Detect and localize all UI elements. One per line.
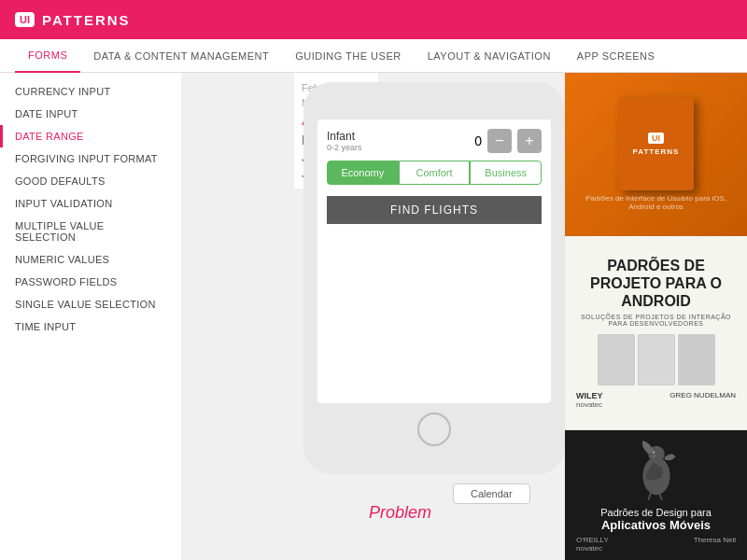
android-screens	[598, 334, 715, 385]
sidebar-item-currency[interactable]: CURRENCY INPUT	[0, 80, 181, 103]
sidebar-item-numeric[interactable]: NUMERIC VALUES	[0, 248, 181, 271]
android-author-row: WILEY novatec GREG NUDELMAN	[572, 391, 740, 409]
sidebar-item-single-value[interactable]: SINGLE VALUE SELECTION	[0, 293, 181, 315]
phone-mockup: Infant 0-2 years 0 − + Economy Comfort B…	[303, 82, 565, 474]
book-ui-subtitle: Padrões de Interface de Usuário para iOS…	[582, 194, 731, 211]
svg-line-2	[648, 492, 651, 500]
oreilly-label: O'REILLY novatec	[576, 536, 609, 553]
main-layout: CURRENCY INPUT DATE INPUT DATE RANGE FOR…	[0, 73, 747, 560]
infant-label-group: Infant 0-2 years	[327, 130, 362, 152]
android-book-title: PADRÕES DE PROJETO PARA O ANDROID	[572, 257, 740, 311]
nav-guiding[interactable]: GUIDING THE USER	[282, 39, 415, 73]
mobile-book-subtitle: Aplicativos Móveis	[600, 518, 712, 532]
wiley-label: WILEY	[576, 391, 603, 400]
mobile-book-title: Padrões de Design para Aplicativos Móvei…	[600, 507, 712, 532]
rooster-icon	[628, 438, 684, 503]
mobile-author: Theresa Neil	[694, 536, 736, 553]
sidebar-item-good-defaults[interactable]: GOOD DEFAULTS	[0, 170, 181, 192]
site-title: PATTERNS	[42, 12, 131, 28]
nav-layout[interactable]: LAYOUT & NAVIGATION	[415, 39, 564, 73]
phone-home-button[interactable]	[417, 413, 451, 446]
sidebar-item-date-input[interactable]: DATE INPUT	[0, 103, 181, 125]
svg-point-4	[652, 452, 654, 454]
phone-screen: Infant 0-2 years 0 − + Economy Comfort B…	[317, 119, 551, 403]
android-screen-3	[678, 334, 715, 385]
infant-stepper: Infant 0-2 years 0 − +	[327, 129, 542, 153]
problem-label: Problem	[369, 503, 431, 523]
find-flights-btn[interactable]: FIND FLIGHTS	[327, 196, 542, 224]
android-author-name: GREG NUDELMAN	[669, 391, 736, 409]
android-screen-2	[638, 334, 675, 385]
infant-value: 0	[474, 133, 482, 148]
stepper-controls: 0 − +	[474, 129, 542, 153]
logo-badge: UI	[15, 12, 35, 27]
nav-forms[interactable]: FORMS	[15, 39, 80, 73]
seg-business[interactable]: Business	[470, 161, 542, 185]
seg-comfort[interactable]: Comfort	[399, 161, 471, 185]
book-cover-title: PATTERNS	[633, 147, 680, 156]
android-screen-1	[598, 334, 635, 385]
book-mobile[interactable]: Padrões de Design para Aplicativos Móvei…	[565, 430, 747, 560]
book-android[interactable]: PADRÕES DE PROJETO PARA O ANDROID Soluçõ…	[565, 236, 747, 430]
stepper-minus-btn[interactable]: −	[487, 129, 512, 153]
mobile-publisher-row: O'REILLY novatec Theresa Neil	[572, 536, 740, 553]
sidebar-item-forgiving[interactable]: FORGIVING INPUT FORMAT	[0, 147, 181, 170]
calendar-button[interactable]: Calendar	[453, 483, 530, 504]
android-book-sub: Soluções de Projetos de Interação Para D…	[572, 314, 740, 327]
sidebar-item-date-range[interactable]: DATE RANGE	[0, 125, 181, 147]
content-area: February March April May June July Infan…	[182, 73, 565, 560]
novatec-label: novatec	[576, 400, 602, 409]
book-ui-patterns[interactable]: UI PATTERNS Padrões de Interface de Usuá…	[565, 73, 747, 236]
stepper-plus-btn[interactable]: +	[517, 129, 542, 153]
navbar: FORMS DATA & CONTENT MANAGEMENT GUIDING …	[0, 39, 747, 73]
right-panel: UI PATTERNS Padrões de Interface de Usuá…	[565, 73, 747, 560]
seg-economy[interactable]: Economy	[327, 161, 399, 185]
android-publisher: WILEY novatec	[576, 391, 603, 409]
sidebar-item-multiple-value[interactable]: MULTIPLE VALUE SELECTION	[0, 215, 181, 248]
sidebar-item-input-validation[interactable]: INPUT VALIDATION	[0, 192, 181, 215]
nav-app-screens[interactable]: APP SCREENS	[564, 39, 669, 73]
nav-data-content[interactable]: DATA & CONTENT MANAGEMENT	[80, 39, 282, 73]
infant-label: Infant	[327, 130, 362, 143]
sidebar: CURRENCY INPUT DATE INPUT DATE RANGE FOR…	[0, 73, 182, 560]
sidebar-item-password[interactable]: PASSWORD FIELDS	[0, 271, 181, 293]
book-badge: UI	[648, 133, 664, 144]
header: UI PATTERNS	[0, 0, 747, 39]
segment-control: Economy Comfort Business	[327, 161, 542, 185]
sidebar-item-time-input[interactable]: TIME INPUT	[0, 315, 181, 338]
book-cover: UI PATTERNS	[619, 97, 694, 190]
infant-sublabel: 0-2 years	[327, 143, 362, 152]
